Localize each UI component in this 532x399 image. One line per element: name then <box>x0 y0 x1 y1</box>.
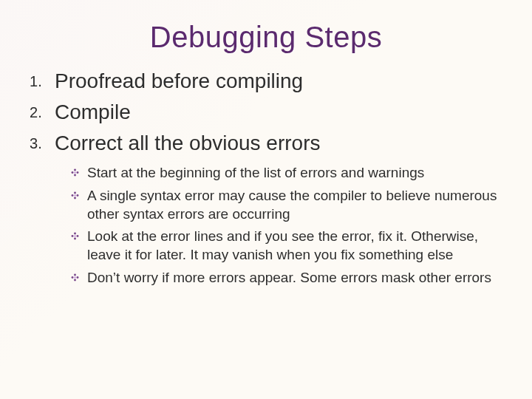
sub-item: Look at the error lines and if you see t… <box>71 228 505 264</box>
sub-item-text: A single syntax error may cause the comp… <box>87 188 497 222</box>
svg-point-0 <box>74 169 76 171</box>
svg-point-5 <box>74 192 76 194</box>
svg-point-1 <box>77 171 79 174</box>
svg-point-11 <box>77 235 79 237</box>
main-item: Correct all the obvious errors <box>55 129 505 157</box>
svg-point-13 <box>72 235 74 237</box>
svg-point-19 <box>74 276 76 279</box>
main-item-text: Proofread before compiling <box>55 69 303 92</box>
svg-point-3 <box>72 171 74 174</box>
svg-point-6 <box>77 194 79 197</box>
flower-bullet-icon <box>71 191 79 200</box>
main-item: Proofread before compiling <box>55 67 505 95</box>
svg-point-16 <box>77 276 79 279</box>
svg-point-8 <box>72 194 74 197</box>
svg-point-15 <box>74 273 76 276</box>
sub-list: Start at the beginning of the list of er… <box>71 164 505 287</box>
svg-point-10 <box>74 233 76 235</box>
svg-point-17 <box>74 279 76 281</box>
sub-item-text: Start at the beginning of the list of er… <box>87 165 424 180</box>
svg-point-9 <box>74 194 76 197</box>
sub-item: A single syntax error may cause the comp… <box>71 187 505 223</box>
main-list: Proofread before compiling Compile Corre… <box>30 67 505 157</box>
sub-item-text: Don’t worry if more errors appear. Some … <box>87 270 491 285</box>
svg-point-14 <box>74 236 76 238</box>
flower-bullet-icon <box>71 232 79 240</box>
main-item: Compile <box>55 98 505 126</box>
sub-item-text: Look at the error lines and if you see t… <box>87 228 478 262</box>
svg-point-2 <box>74 174 76 177</box>
flower-bullet-icon <box>71 168 79 177</box>
main-item-text: Compile <box>55 100 131 123</box>
slide: Debugging Steps Proofread before compili… <box>0 0 532 399</box>
sub-item: Don’t worry if more errors appear. Some … <box>71 269 505 287</box>
sub-item: Start at the beginning of the list of er… <box>71 164 505 183</box>
flower-bullet-icon <box>71 273 79 282</box>
svg-point-18 <box>72 276 74 279</box>
svg-point-12 <box>74 238 76 240</box>
svg-point-7 <box>74 197 76 200</box>
main-item-text: Correct all the obvious errors <box>55 132 320 154</box>
svg-point-4 <box>74 172 76 174</box>
slide-title: Debugging Steps <box>27 21 505 54</box>
